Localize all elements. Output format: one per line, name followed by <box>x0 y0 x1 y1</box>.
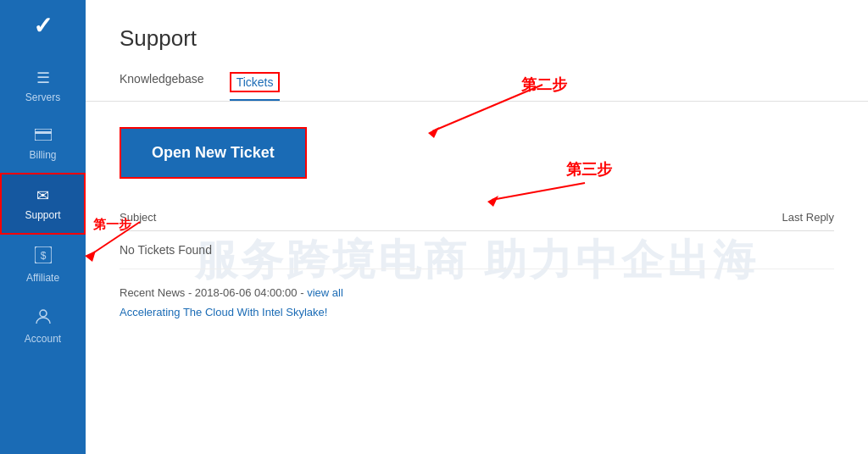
sidebar-item-label: Affiliate <box>26 272 59 284</box>
sidebar-item-billing[interactable]: Billing <box>0 115 86 173</box>
tabs-bar: Knowledgebase Tickets <box>120 65 834 101</box>
sidebar: ✓ ☰ Servers Billing ✉ Support $ Affiliat… <box>0 0 86 454</box>
sidebar-item-label: Servers <box>25 91 60 103</box>
main-content: Support Knowledgebase Tickets 服务跨境电商 助力中… <box>86 0 868 454</box>
billing-icon <box>35 127 52 145</box>
open-ticket-btn-wrapper: Open New Ticket <box>120 127 307 179</box>
news-line: Recent News - 2018-06-06 04:00:00 - view… <box>120 286 834 299</box>
news-article-link[interactable]: Accelerating The Cloud With Intel Skylak… <box>120 306 327 318</box>
news-prefix: Recent News - 2018-06-06 04:00:00 - <box>120 286 307 299</box>
svg-text:$: $ <box>40 250 46 262</box>
tickets-empty-message: No Tickets Found <box>120 231 834 269</box>
affiliate-icon: $ <box>35 246 52 268</box>
sidebar-item-label: Account <box>25 333 61 345</box>
sidebar-item-servers[interactable]: ☰ Servers <box>0 57 86 115</box>
sidebar-item-account[interactable]: Account <box>0 296 86 357</box>
sidebar-item-label: Billing <box>29 149 56 161</box>
tickets-table-header: Subject Last Reply <box>120 204 834 231</box>
account-icon <box>35 307 52 329</box>
open-new-ticket-button[interactable]: Open New Ticket <box>121 129 305 177</box>
sidebar-item-affiliate[interactable]: $ Affiliate <box>0 235 86 296</box>
news-view-all-link[interactable]: view all <box>307 286 343 299</box>
col-last-reply: Last Reply <box>782 211 834 224</box>
page-title: Support <box>120 25 834 52</box>
col-subject: Subject <box>120 211 156 224</box>
svg-point-4 <box>40 310 47 317</box>
svg-rect-1 <box>35 131 52 134</box>
tab-tickets-wrapper[interactable]: Tickets <box>230 65 281 101</box>
support-icon: ✉ <box>36 186 49 205</box>
sidebar-item-support[interactable]: ✉ Support <box>0 173 86 235</box>
servers-icon: ☰ <box>36 69 50 87</box>
sidebar-item-label: Support <box>25 209 60 221</box>
svg-rect-0 <box>35 129 52 141</box>
tab-knowledgebase[interactable]: Knowledgebase <box>120 65 204 101</box>
open-ticket-section: Open New Ticket <box>120 127 834 179</box>
tab-tickets-box: Tickets <box>230 72 281 92</box>
content-area: 服务跨境电商 助力中企出海 Open New Ticket Subject La… <box>86 102 868 454</box>
tickets-table: Subject Last Reply No Tickets Found <box>120 204 834 269</box>
logo: ✓ <box>33 12 53 40</box>
news-section: Recent News - 2018-06-06 04:00:00 - view… <box>120 286 834 319</box>
page-header: Support Knowledgebase Tickets <box>86 0 868 102</box>
